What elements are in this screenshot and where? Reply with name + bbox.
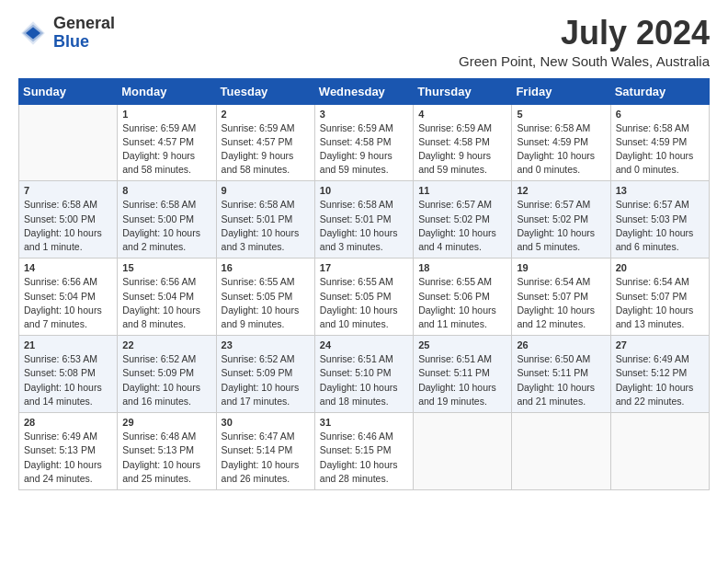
sunset: Sunset: 5:10 PM xyxy=(320,367,392,378)
sunrise: Sunrise: 6:57 AM xyxy=(517,199,590,210)
calendar-cell: 5Sunrise: 6:58 AMSunset: 4:59 PMDaylight… xyxy=(512,104,610,181)
sunrise: Sunrise: 6:49 AM xyxy=(616,353,689,364)
day-number: 4 xyxy=(418,109,506,120)
day-info: Sunrise: 6:58 AMSunset: 5:01 PMDaylight:… xyxy=(222,198,310,254)
day-number: 9 xyxy=(222,185,310,196)
calendar-cell: 28Sunrise: 6:49 AMSunset: 5:13 PMDayligh… xyxy=(19,413,118,490)
day-number: 28 xyxy=(24,417,112,428)
calendar-cell: 17Sunrise: 6:55 AMSunset: 5:05 PMDayligh… xyxy=(314,259,413,336)
daylight: Daylight: 10 hours and 7 minutes. xyxy=(24,304,102,329)
daylight: Daylight: 10 hours and 16 minutes. xyxy=(122,382,200,407)
logo-text: General Blue xyxy=(53,15,115,52)
daylight: Daylight: 10 hours and 2 minutes. xyxy=(122,227,200,252)
calendar-cell xyxy=(610,413,709,490)
logo: General Blue xyxy=(18,15,115,52)
weekday-header: Thursday xyxy=(414,78,512,104)
daylight: Daylight: 10 hours and 24 minutes. xyxy=(24,459,102,484)
daylight: Daylight: 10 hours and 17 minutes. xyxy=(222,382,300,407)
sunset: Sunset: 5:08 PM xyxy=(24,367,96,378)
day-info: Sunrise: 6:47 AMSunset: 5:14 PMDaylight:… xyxy=(222,430,310,486)
daylight: Daylight: 10 hours and 25 minutes. xyxy=(122,459,200,484)
day-info: Sunrise: 6:58 AMSunset: 4:59 PMDaylight:… xyxy=(616,121,704,178)
sunset: Sunset: 5:13 PM xyxy=(122,444,194,455)
day-number: 25 xyxy=(418,339,506,350)
sunset: Sunset: 5:03 PM xyxy=(616,213,688,224)
day-info: Sunrise: 6:54 AMSunset: 5:07 PMDaylight:… xyxy=(517,275,605,331)
sunset: Sunset: 5:15 PM xyxy=(320,444,392,455)
calendar-cell: 27Sunrise: 6:49 AMSunset: 5:12 PMDayligh… xyxy=(610,336,709,413)
calendar-cell: 23Sunrise: 6:52 AMSunset: 5:09 PMDayligh… xyxy=(216,336,314,413)
day-info: Sunrise: 6:48 AMSunset: 5:13 PMDaylight:… xyxy=(122,430,210,486)
sunset: Sunset: 5:13 PM xyxy=(24,444,96,455)
calendar-cell: 7Sunrise: 6:58 AMSunset: 5:00 PMDaylight… xyxy=(19,181,118,259)
daylight: Daylight: 10 hours and 0 minutes. xyxy=(616,150,694,175)
day-info: Sunrise: 6:57 AMSunset: 5:02 PMDaylight:… xyxy=(517,198,605,254)
day-number: 24 xyxy=(320,339,408,350)
sunrise: Sunrise: 6:46 AM xyxy=(320,431,393,442)
calendar-cell: 31Sunrise: 6:46 AMSunset: 5:15 PMDayligh… xyxy=(314,413,413,490)
day-info: Sunrise: 6:59 AMSunset: 4:57 PMDaylight:… xyxy=(222,121,310,178)
day-info: Sunrise: 6:52 AMSunset: 5:09 PMDaylight:… xyxy=(122,352,210,408)
daylight: Daylight: 10 hours and 5 minutes. xyxy=(517,227,595,252)
sunrise: Sunrise: 6:51 AM xyxy=(320,353,393,364)
sunset: Sunset: 5:01 PM xyxy=(320,213,392,224)
weekday-header: Saturday xyxy=(610,78,709,104)
daylight: Daylight: 10 hours and 13 minutes. xyxy=(616,304,694,329)
sunrise: Sunrise: 6:58 AM xyxy=(517,122,590,133)
calendar-cell: 21Sunrise: 6:53 AMSunset: 5:08 PMDayligh… xyxy=(19,336,118,413)
day-info: Sunrise: 6:59 AMSunset: 4:58 PMDaylight:… xyxy=(418,121,506,178)
calendar-cell: 19Sunrise: 6:54 AMSunset: 5:07 PMDayligh… xyxy=(512,259,610,336)
sunset: Sunset: 5:14 PM xyxy=(222,444,293,455)
day-number: 31 xyxy=(320,417,408,428)
sunrise: Sunrise: 6:56 AM xyxy=(122,276,196,287)
day-number: 22 xyxy=(122,339,210,350)
day-number: 19 xyxy=(517,262,605,273)
day-info: Sunrise: 6:58 AMSunset: 5:00 PMDaylight:… xyxy=(24,198,112,254)
calendar-cell xyxy=(512,413,610,490)
daylight: Daylight: 10 hours and 26 minutes. xyxy=(222,459,300,484)
sunrise: Sunrise: 6:54 AM xyxy=(517,276,590,287)
daylight: Daylight: 9 hours and 58 minutes. xyxy=(122,150,195,175)
day-number: 6 xyxy=(616,109,704,120)
weekday-header-row: SundayMondayTuesdayWednesdayThursdayFrid… xyxy=(19,78,710,104)
calendar-cell: 6Sunrise: 6:58 AMSunset: 4:59 PMDaylight… xyxy=(610,104,709,181)
calendar-cell: 13Sunrise: 6:57 AMSunset: 5:03 PMDayligh… xyxy=(610,181,709,259)
daylight: Daylight: 10 hours and 3 minutes. xyxy=(222,227,300,252)
sunset: Sunset: 5:09 PM xyxy=(222,367,293,378)
daylight: Daylight: 10 hours and 22 minutes. xyxy=(616,382,694,407)
calendar-cell: 26Sunrise: 6:50 AMSunset: 5:11 PMDayligh… xyxy=(512,336,610,413)
sunrise: Sunrise: 6:47 AM xyxy=(222,431,295,442)
sunset: Sunset: 4:58 PM xyxy=(320,136,392,147)
location: Green Point, New South Wales, Australia xyxy=(459,53,710,69)
day-number: 13 xyxy=(616,185,704,196)
daylight: Daylight: 10 hours and 3 minutes. xyxy=(320,227,398,252)
sunset: Sunset: 4:57 PM xyxy=(122,136,194,147)
sunset: Sunset: 5:11 PM xyxy=(517,367,588,378)
daylight: Daylight: 10 hours and 14 minutes. xyxy=(24,382,102,407)
calendar-week-row: 1Sunrise: 6:59 AMSunset: 4:57 PMDaylight… xyxy=(19,104,710,181)
daylight: Daylight: 10 hours and 12 minutes. xyxy=(517,304,595,329)
sunrise: Sunrise: 6:54 AM xyxy=(616,276,689,287)
day-number: 16 xyxy=(222,262,310,273)
daylight: Daylight: 10 hours and 6 minutes. xyxy=(616,227,694,252)
sunrise: Sunrise: 6:58 AM xyxy=(24,199,97,210)
calendar-cell: 20Sunrise: 6:54 AMSunset: 5:07 PMDayligh… xyxy=(610,259,709,336)
day-info: Sunrise: 6:59 AMSunset: 4:58 PMDaylight:… xyxy=(320,121,408,178)
calendar-cell: 10Sunrise: 6:58 AMSunset: 5:01 PMDayligh… xyxy=(314,181,413,259)
daylight: Daylight: 10 hours and 10 minutes. xyxy=(320,304,398,329)
day-number: 2 xyxy=(222,109,310,120)
day-number: 14 xyxy=(24,262,112,273)
day-number: 30 xyxy=(222,417,310,428)
sunrise: Sunrise: 6:55 AM xyxy=(320,276,393,287)
sunrise: Sunrise: 6:57 AM xyxy=(418,199,492,210)
sunrise: Sunrise: 6:59 AM xyxy=(320,122,393,133)
daylight: Daylight: 10 hours and 8 minutes. xyxy=(122,304,200,329)
calendar-cell: 12Sunrise: 6:57 AMSunset: 5:02 PMDayligh… xyxy=(512,181,610,259)
sunrise: Sunrise: 6:58 AM xyxy=(222,199,295,210)
calendar-cell: 11Sunrise: 6:57 AMSunset: 5:02 PMDayligh… xyxy=(414,181,512,259)
day-info: Sunrise: 6:55 AMSunset: 5:05 PMDaylight:… xyxy=(222,275,310,331)
calendar-cell: 2Sunrise: 6:59 AMSunset: 4:57 PMDaylight… xyxy=(216,104,314,181)
daylight: Daylight: 10 hours and 19 minutes. xyxy=(418,382,496,407)
sunset: Sunset: 5:02 PM xyxy=(517,213,588,224)
day-info: Sunrise: 6:57 AMSunset: 5:02 PMDaylight:… xyxy=(418,198,506,254)
